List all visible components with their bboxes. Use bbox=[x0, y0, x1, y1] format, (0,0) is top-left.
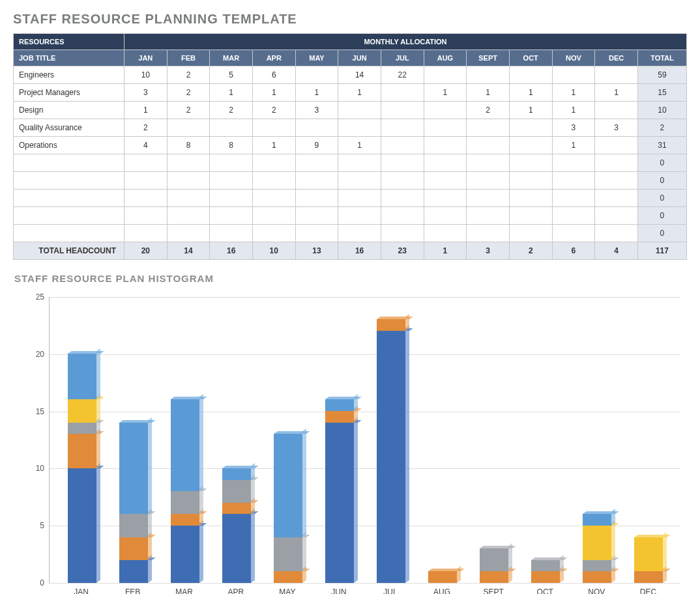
cell bbox=[252, 172, 295, 190]
row-total: 31 bbox=[637, 137, 686, 154]
cell bbox=[467, 190, 510, 207]
cell bbox=[167, 119, 210, 137]
row-label: Project Managers bbox=[14, 84, 124, 102]
bar-segment bbox=[171, 526, 199, 583]
row-total: 0 bbox=[637, 190, 686, 207]
row-total: 0 bbox=[637, 225, 686, 242]
cell bbox=[124, 207, 168, 225]
page-title: STAFF RESOURCE PLANNING TEMPLATE bbox=[13, 12, 687, 27]
bar-column bbox=[68, 354, 96, 583]
bar-segment bbox=[119, 423, 148, 515]
bar-segment bbox=[583, 526, 611, 560]
cell bbox=[295, 154, 338, 172]
footer-total: 117 bbox=[637, 242, 686, 260]
row-label bbox=[14, 172, 124, 190]
header-month: DEC bbox=[595, 50, 638, 66]
bar-segment bbox=[171, 514, 199, 526]
cell bbox=[595, 154, 638, 172]
footer-cell: 1 bbox=[424, 242, 467, 260]
cell bbox=[210, 154, 253, 172]
cell: 1 bbox=[595, 84, 638, 102]
cell bbox=[167, 154, 210, 172]
bar-column bbox=[222, 468, 251, 583]
bar-segment bbox=[274, 434, 302, 537]
bar-segment bbox=[377, 331, 405, 583]
cell: 5 bbox=[210, 66, 253, 84]
allocation-table: RESOURCESMONTHLY ALLOCATIONJOB TITLEJANF… bbox=[13, 33, 687, 260]
cell: 8 bbox=[210, 137, 253, 154]
cell bbox=[424, 154, 467, 172]
cell bbox=[381, 207, 424, 225]
cell bbox=[167, 207, 210, 225]
row-total: 0 bbox=[637, 154, 686, 172]
cell: 1 bbox=[338, 84, 381, 102]
cell bbox=[295, 190, 338, 207]
cell bbox=[595, 172, 638, 190]
cell bbox=[295, 172, 338, 190]
bar-column bbox=[274, 434, 302, 583]
table-row: Engineers10256142259 bbox=[14, 66, 687, 84]
cell: 3 bbox=[124, 84, 168, 102]
cell bbox=[509, 172, 552, 190]
cell: 2 bbox=[210, 102, 253, 119]
cell: 1 bbox=[252, 84, 295, 102]
cell bbox=[467, 154, 510, 172]
cell: 3 bbox=[295, 102, 338, 119]
table-row: Operations488191131 bbox=[14, 137, 687, 154]
bar-segment bbox=[634, 537, 663, 572]
cell bbox=[381, 119, 424, 137]
bar-column bbox=[583, 514, 611, 583]
bar-segment bbox=[325, 399, 354, 411]
header-month: JUN bbox=[338, 50, 381, 66]
cell: 9 bbox=[295, 137, 338, 154]
cell bbox=[338, 225, 381, 242]
cell bbox=[467, 207, 510, 225]
row-total: 10 bbox=[637, 102, 686, 119]
header-month: JAN bbox=[124, 50, 168, 66]
cell bbox=[252, 190, 295, 207]
cell bbox=[124, 190, 168, 207]
row-label bbox=[14, 154, 124, 172]
bar-column bbox=[119, 423, 148, 583]
bar-segment bbox=[274, 537, 302, 572]
cell: 1 bbox=[552, 137, 595, 154]
cell bbox=[338, 102, 381, 119]
bar-segment bbox=[68, 399, 96, 422]
cell bbox=[424, 172, 467, 190]
bar-segment bbox=[531, 560, 560, 572]
x-tick: AUG bbox=[428, 587, 456, 594]
total-row: TOTAL HEADCOUNT2014161013162313264117 bbox=[14, 242, 687, 260]
cell bbox=[381, 172, 424, 190]
cell bbox=[124, 172, 168, 190]
footer-cell: 14 bbox=[167, 242, 210, 260]
header-month: SEPT bbox=[467, 50, 510, 66]
header-resources: RESOURCES bbox=[14, 34, 124, 50]
cell bbox=[552, 154, 595, 172]
cell bbox=[467, 137, 510, 154]
cell: 14 bbox=[338, 66, 381, 84]
cell bbox=[595, 102, 638, 119]
bar-segment bbox=[119, 514, 148, 537]
cell bbox=[252, 207, 295, 225]
header-month: MAR bbox=[210, 50, 253, 66]
bar-segment bbox=[171, 399, 199, 491]
cell bbox=[295, 207, 338, 225]
bar-segment bbox=[583, 514, 611, 526]
cell bbox=[338, 207, 381, 225]
cell bbox=[552, 66, 595, 84]
cell bbox=[467, 66, 510, 84]
bar-segment bbox=[119, 560, 148, 583]
row-total: 0 bbox=[637, 207, 686, 225]
header-month: AUG bbox=[424, 50, 467, 66]
bar-segment bbox=[634, 571, 663, 583]
cell bbox=[210, 207, 253, 225]
cell bbox=[595, 207, 638, 225]
cell bbox=[595, 66, 638, 84]
header-month: NOV bbox=[552, 50, 595, 66]
cell bbox=[509, 119, 552, 137]
x-tick: DEC bbox=[634, 587, 662, 594]
bar-column bbox=[377, 319, 405, 583]
bar-column bbox=[171, 399, 199, 583]
header-job-title: JOB TITLE bbox=[14, 50, 124, 66]
row-total: 2 bbox=[637, 119, 686, 137]
